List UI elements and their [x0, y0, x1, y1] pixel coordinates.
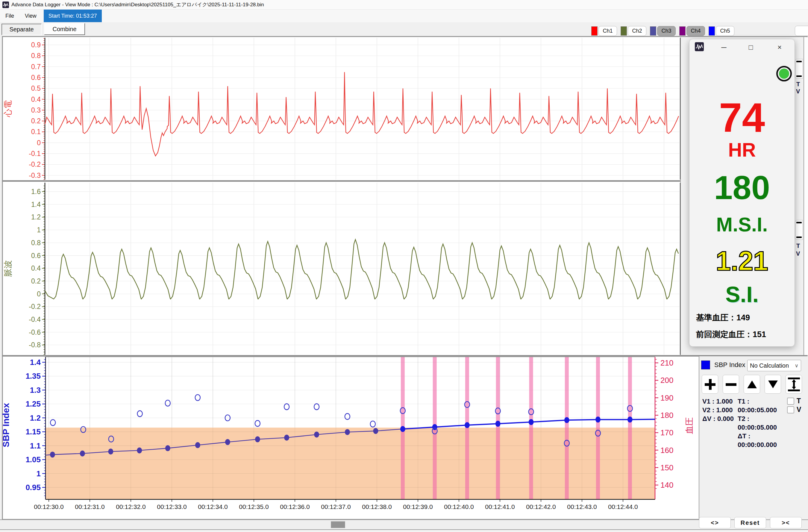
svg-text:140: 140 [660, 480, 673, 490]
svg-text:0.1: 0.1 [31, 128, 41, 135]
sbp-filled-point [314, 432, 319, 438]
fit-icon [796, 61, 802, 62]
zoom-out-button[interactable] [723, 375, 739, 394]
svg-text:00:12:37.0: 00:12:37.0 [321, 503, 351, 510]
t1-value: T1 : 00:00:05.000 [738, 397, 777, 414]
svg-text:0.2: 0.2 [31, 117, 41, 125]
svg-text:1.4: 1.4 [31, 201, 41, 208]
sbp-filled-point [529, 419, 534, 425]
minimize-button[interactable]: ─ [720, 43, 728, 51]
pulse-fit-vertical-button[interactable] [795, 220, 803, 240]
svg-text:1.2: 1.2 [30, 414, 41, 422]
msi-value: 180 [690, 171, 794, 204]
svg-text:00:12:41.0: 00:12:41.0 [485, 503, 515, 510]
svg-text:1: 1 [37, 469, 41, 478]
shift-up-button[interactable] [743, 375, 760, 394]
fit-vertical-button[interactable] [786, 375, 802, 394]
svg-text:1.2: 1.2 [31, 213, 41, 221]
svg-text:0.5: 0.5 [31, 85, 41, 92]
collapse-range-button[interactable]: >< [770, 517, 802, 528]
maximize-button[interactable]: □ [747, 43, 755, 51]
cursor-values: V1 : 1.000 V2 : 1.000 ΔV : 0.000 T1 : 00… [702, 397, 734, 423]
si-label: S.I. [690, 283, 794, 306]
baseline-bp-row: 基準血圧：149 [696, 312, 750, 323]
overlay-titlebar[interactable]: ─ □ × [690, 39, 794, 55]
fit-icon [796, 237, 802, 238]
sbp-filled-point [400, 426, 405, 432]
v1-value: V1 : 1.000 [702, 397, 734, 406]
sbp-series-swatch [701, 361, 710, 369]
svg-text:0.7: 0.7 [31, 63, 41, 71]
svg-text:0.6: 0.6 [31, 252, 41, 260]
t-cursor-checkbox[interactable] [787, 398, 794, 405]
measurement-overlay-window: ─ □ × 74 HR 180 M.S.I. 1.21 S.I. 基準血圧：14… [689, 39, 795, 347]
ecg-v-checkbox-label[interactable]: V [796, 88, 800, 95]
calculation-dropdown[interactable]: No Calculation ∨ [747, 360, 801, 371]
measurement-event-bar [496, 357, 500, 499]
svg-text:血圧: 血圧 [685, 417, 694, 434]
fit-vertical-icon [787, 377, 801, 391]
calculation-dropdown-value: No Calculation [750, 362, 789, 369]
ecg-t-checkbox-label[interactable]: T [796, 81, 800, 88]
v-cursor-checkbox[interactable] [787, 406, 794, 414]
svg-text:200: 200 [660, 376, 673, 385]
shift-down-button[interactable] [765, 375, 781, 394]
zoom-in-button[interactable] [702, 375, 718, 394]
svg-text:-0.3: -0.3 [29, 171, 41, 179]
sbp-filled-point [165, 445, 170, 451]
svg-text:00:12:43.0: 00:12:43.0 [567, 503, 596, 510]
pulse-v-checkbox-label[interactable]: V [796, 250, 800, 257]
svg-text:0.3: 0.3 [31, 106, 41, 114]
triangle-down-icon [768, 380, 778, 389]
svg-text:00:12:44.0: 00:12:44.0 [608, 503, 638, 510]
svg-text:-0.1: -0.1 [29, 150, 41, 158]
chevron-down-icon: ∨ [795, 363, 798, 369]
sbp-filled-point [195, 442, 200, 448]
sbp-filled-point [255, 436, 260, 442]
pulse-t-checkbox-label[interactable]: T [796, 242, 800, 250]
close-button[interactable]: × [776, 43, 784, 51]
hr-value: 74 [690, 97, 794, 138]
svg-text:0.8: 0.8 [31, 52, 41, 59]
svg-text:脈波: 脈波 [3, 260, 13, 277]
sbp-filled-point [465, 422, 470, 428]
sbp-series-label: SBP Index [714, 361, 746, 369]
svg-text:0.4: 0.4 [31, 95, 41, 103]
sbp-filled-point [225, 439, 230, 445]
sbp-control-panel: SBP Index No Calculation ∨ [699, 356, 808, 519]
recording-indicator [776, 66, 792, 81]
svg-text:-0.6: -0.6 [29, 328, 41, 336]
svg-text:1.25: 1.25 [25, 399, 41, 408]
svg-text:0.9: 0.9 [31, 41, 41, 49]
measurement-event-bar [465, 357, 469, 499]
svg-text:1: 1 [37, 226, 41, 234]
svg-text:0: 0 [37, 290, 41, 298]
svg-text:00:12:30.0: 00:12:30.0 [34, 503, 63, 510]
app-window: Advance Data Logger - View Mode : C:\Use… [0, 0, 808, 532]
measurement-event-bar [628, 357, 632, 499]
green-status-light [779, 69, 789, 79]
svg-text:0.4: 0.4 [31, 264, 41, 272]
dv-value: ΔV : 0.000 [702, 414, 734, 423]
overlay-app-icon [695, 42, 704, 51]
svg-text:-0.2: -0.2 [29, 303, 41, 310]
svg-text:00:12:35.0: 00:12:35.0 [239, 503, 269, 510]
ecg-fit-vertical-button[interactable] [795, 59, 803, 79]
svg-text:00:12:40.0: 00:12:40.0 [444, 503, 474, 510]
expand-range-button[interactable]: <> [699, 517, 731, 528]
horizontal-scrollbar[interactable] [0, 519, 808, 530]
svg-text:190: 190 [660, 393, 673, 402]
sbp-filled-point [495, 421, 500, 427]
sbp-filled-point [137, 447, 142, 453]
side-strip-gutter [804, 37, 808, 355]
sbp-filled-point [373, 428, 378, 434]
previous-bp-value: 151 [753, 330, 766, 339]
reset-button[interactable]: Reset [734, 517, 766, 528]
scrollbar-handle[interactable] [331, 521, 345, 528]
svg-text:1.35: 1.35 [25, 371, 41, 381]
svg-text:00:12:39.0: 00:12:39.0 [403, 503, 433, 510]
plus-icon [704, 379, 716, 390]
sbp-filled-point [345, 429, 350, 435]
previous-bp-label: 前回測定血圧： [696, 330, 753, 339]
svg-text:160: 160 [660, 446, 673, 455]
